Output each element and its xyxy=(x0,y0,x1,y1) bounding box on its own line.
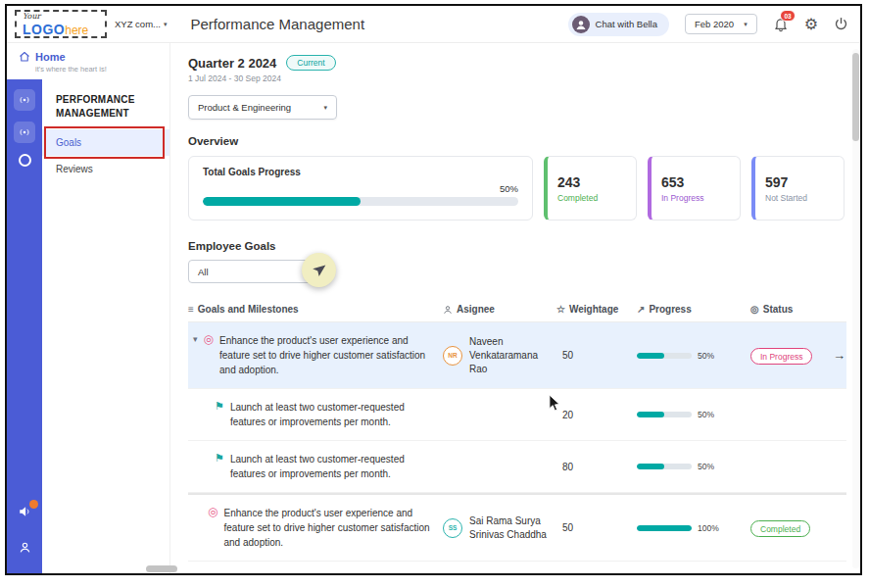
stat-value: 653 xyxy=(661,174,730,190)
milestone-row[interactable]: ⚑ Launch at least two customer-requested… xyxy=(188,441,846,493)
left-navigation: Home it's where the heart is! xyxy=(7,43,170,575)
column-status: ◎ Status xyxy=(750,304,833,315)
vertical-scrollbar-thumb[interactable] xyxy=(852,53,859,141)
icon-rail xyxy=(7,79,42,575)
home-label: Home xyxy=(35,51,66,63)
settings-button[interactable]: ⚙ xyxy=(804,17,818,32)
goal-target-icon: ◎ xyxy=(208,506,217,518)
logo-your-text: Your xyxy=(23,13,99,21)
top-header: Your LOGOhere XYZ com... ▾ Performance M… xyxy=(7,6,860,43)
progress-cell: 100% xyxy=(637,523,750,533)
row-progress-bar xyxy=(637,464,692,469)
total-goals-progress-card: Total Goals Progress 50% xyxy=(188,156,533,220)
goals-label: Goals xyxy=(56,137,81,148)
assignee-name: Sai Rama Surya Srinivas Chaddha xyxy=(469,514,554,542)
total-goals-progress-percent: 50% xyxy=(203,183,518,194)
chevron-down-icon[interactable]: ▾ xyxy=(193,334,198,344)
goal-row[interactable]: ▾ ◎ Enhance the product's user experienc… xyxy=(188,322,846,389)
company-dropdown[interactable]: XYZ com... ▾ xyxy=(115,19,168,29)
row-progress-percent: 50% xyxy=(698,410,714,419)
date-value: Feb 2020 xyxy=(695,19,734,29)
milestone-text: Launch at least two customer-requested f… xyxy=(230,400,438,429)
page-title: Performance Management xyxy=(191,16,365,32)
row-progress-percent: 50% xyxy=(698,462,714,471)
status-badge: In Progress xyxy=(750,348,812,365)
weightage-value: 50 xyxy=(556,522,637,533)
quarter-date-range: 1 Jul 2024 - 30 Sep 2024 xyxy=(188,74,846,83)
assignee-cell: SS Sai Rama Surya Srinivas Chaddha xyxy=(443,514,556,542)
sidebar-item-reviews[interactable]: Reviews xyxy=(42,156,169,182)
gear-icon: ⚙ xyxy=(804,17,818,32)
stat-value: 597 xyxy=(765,174,834,190)
goal-target-icon: ◎ xyxy=(204,333,214,346)
stat-label: Completed xyxy=(557,193,626,203)
weightage-value: 50 xyxy=(556,350,637,361)
weightage-value: 20 xyxy=(556,410,637,420)
logo-placeholder[interactable]: Your LOGOhere xyxy=(15,10,107,38)
power-icon xyxy=(834,17,848,31)
main-content: Quarter 2 2024 Current 1 Jul 2024 - 30 S… xyxy=(170,43,860,575)
goal-text: Enhance the product's user experience an… xyxy=(219,333,427,377)
broadcast-icon-button-1[interactable] xyxy=(14,89,35,111)
sidebar-item-home[interactable]: Home xyxy=(19,51,160,63)
profile-button[interactable] xyxy=(19,540,31,558)
status-badge: Completed xyxy=(750,520,810,537)
broadcast-icon-button-2[interactable] xyxy=(14,122,35,143)
total-goals-progress-label: Total Goals Progress xyxy=(203,167,518,177)
column-progress: ↗ Progress xyxy=(637,304,750,315)
logo-main-text: LOGO xyxy=(23,22,65,37)
goal-row[interactable]: ◎ Enhance the product's user experience … xyxy=(188,493,846,562)
chevron-down-icon: ▾ xyxy=(744,21,748,28)
row-progress-percent: 100% xyxy=(698,523,719,533)
row-progress-bar xyxy=(637,412,692,417)
total-progress-bar xyxy=(203,197,518,206)
progress-cell: 50% xyxy=(637,462,750,471)
chat-with-bella-button[interactable]: Chat with Bella xyxy=(568,13,669,36)
app-window: Your LOGOhere XYZ com... ▾ Performance M… xyxy=(5,4,862,575)
logo-here-text: here xyxy=(65,24,88,37)
home-subtitle: it's where the heart is! xyxy=(35,65,160,74)
avatar: SS xyxy=(443,518,462,538)
logout-button[interactable] xyxy=(834,17,848,31)
milestone-row[interactable]: ⚑ Launch at least two customer-requested… xyxy=(188,389,846,441)
avatar: NR xyxy=(443,346,462,366)
chevron-down-icon: ▾ xyxy=(164,21,168,28)
circle-icon-button[interactable] xyxy=(19,154,31,167)
notifications-button[interactable]: 03 xyxy=(773,16,789,32)
total-progress-bar-fill xyxy=(203,197,361,206)
target-icon: ◎ xyxy=(750,304,759,315)
column-weightage: ☆ Weightage xyxy=(556,304,637,315)
module-title: PERFORMANCE MANAGEMENT xyxy=(42,89,169,129)
chat-label: Chat with Bella xyxy=(596,19,657,29)
home-icon xyxy=(19,51,30,63)
stat-card-in-progress: 653 In Progress xyxy=(648,156,741,220)
column-asignee: Asignee xyxy=(443,304,556,315)
notification-badge: 03 xyxy=(780,10,795,22)
date-dropdown[interactable]: Feb 2020 ▾ xyxy=(685,14,757,34)
milestone-text: Launch at least two customer-requested f… xyxy=(230,452,438,481)
home-block: Home it's where the heart is! xyxy=(7,43,169,79)
trend-icon: ↗ xyxy=(637,304,645,315)
click-indicator-sticker xyxy=(302,253,336,287)
list-icon: ≡ xyxy=(188,304,194,315)
filter-value: All xyxy=(198,267,209,277)
row-detail-arrow[interactable]: → xyxy=(833,348,849,363)
stat-card-not-started: 597 Not Started xyxy=(751,156,845,220)
announcements-button[interactable] xyxy=(18,505,32,522)
goal-text: Enhance the product's user experience an… xyxy=(223,506,431,550)
speaker-badge xyxy=(29,500,38,509)
pointer-icon xyxy=(310,261,327,278)
horizontal-scrollbar-thumb[interactable] xyxy=(146,565,177,572)
company-name: XYZ com... xyxy=(115,19,161,29)
vertical-scrollbar[interactable] xyxy=(852,49,859,568)
current-badge: Current xyxy=(286,55,335,71)
milestone-flag-icon: ⚑ xyxy=(215,400,224,413)
sidebar-item-goals[interactable]: Goals xyxy=(42,129,169,156)
stat-card-completed: 243 Completed xyxy=(544,156,637,220)
module-menu: PERFORMANCE MANAGEMENT Goals Reviews xyxy=(42,79,169,575)
assignee-cell: NR Naveen Venkataramana Rao xyxy=(443,335,556,376)
person-icon xyxy=(443,305,453,315)
stat-label: Not Started xyxy=(765,193,834,203)
quarter-title: Quarter 2 2024 xyxy=(188,56,276,71)
department-dropdown[interactable]: Product & Engineering ▾ xyxy=(188,95,337,120)
